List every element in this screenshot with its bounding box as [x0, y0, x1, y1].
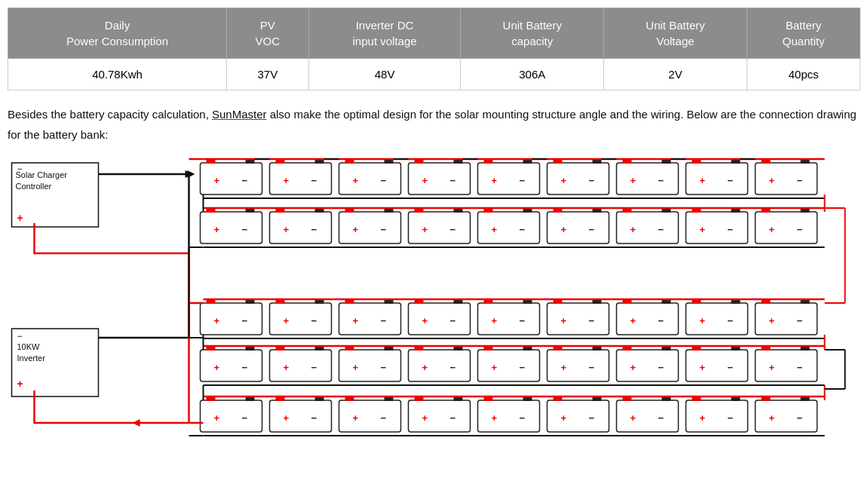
- battery-diagram: Solar Charger Controller − + 10KW Invert…: [8, 155, 860, 442]
- inverter-label: 10KW: [17, 342, 41, 351]
- svg-marker-9: [133, 419, 140, 427]
- cell-unit-voltage: 2V: [604, 59, 747, 90]
- svg-text:+: +: [17, 212, 23, 224]
- col-header-pv-voc: PVVOC: [227, 8, 309, 59]
- cell-daily-power: 40.78Kwh: [8, 59, 227, 90]
- svg-text:+: +: [17, 378, 23, 390]
- inverter-box: [12, 329, 99, 396]
- cell-battery-qty: 40pcs: [747, 59, 860, 90]
- svg-text:Inverter: Inverter: [17, 354, 46, 363]
- col-header-daily-power: DailyPower Consumption: [8, 8, 227, 59]
- col-header-battery-qty: BatteryQuantity: [747, 8, 860, 59]
- description-text: Besides the battery capacity calculation…: [8, 104, 860, 145]
- svg-marker-51: [188, 170, 195, 178]
- col-header-unit-capacity: Unit Batterycapacity: [461, 8, 604, 59]
- description-before: Besides the battery capacity calculation…: [8, 108, 212, 121]
- svg-rect-13: [14, 155, 23, 156]
- sunmaster-link[interactable]: SunMaster: [212, 108, 267, 121]
- col-header-unit-voltage: Unit BatteryVoltage: [604, 8, 747, 59]
- cell-inverter: 48V: [308, 59, 461, 90]
- solar-charger-label: Solar Charger: [16, 170, 68, 179]
- svg-text:−: −: [17, 331, 23, 341]
- svg-rect-14: [54, 155, 63, 156]
- specs-table: DailyPower Consumption PVVOC Inverter DC…: [8, 8, 860, 90]
- svg-text:Controller: Controller: [16, 182, 52, 191]
- svg-text:−: −: [17, 164, 23, 174]
- cell-pv-voc: 37V: [227, 59, 309, 90]
- col-header-inverter: Inverter DCinput voltage: [308, 8, 461, 59]
- cell-unit-capacity: 306A: [461, 59, 604, 90]
